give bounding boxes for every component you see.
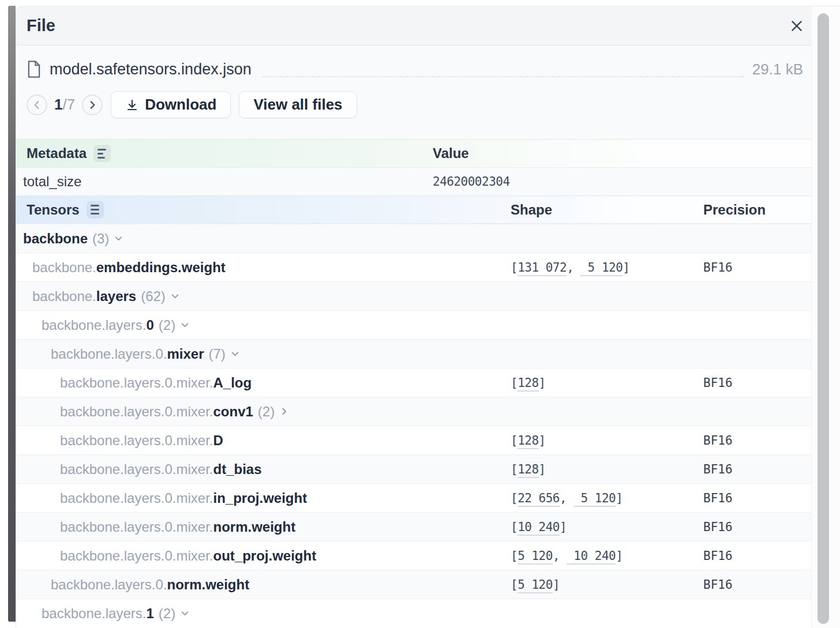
file-size: 29.1 kB [752, 61, 803, 78]
tensor-shape: [128] [511, 376, 703, 390]
tensor-name: backbone.layers.0.mixer.A_log [16, 375, 511, 391]
tensor-name-leaf: in_proj.weight [213, 490, 307, 506]
tensor-child-count: (7) [209, 346, 226, 362]
modal-scrollbar [811, 6, 840, 628]
tensor-child-count: (3) [92, 231, 109, 247]
file-name: model.safetensors.index.json [50, 61, 252, 78]
tensor-precision: BF16 [703, 376, 812, 390]
dimmed-backdrop-edge [8, 6, 16, 622]
tensor-child-count: (2) [258, 404, 275, 420]
chevron-down-icon [230, 349, 240, 359]
tensor-shape: [128] [511, 462, 703, 476]
tensor-name: backbone.layers.0.mixer.conv1(2) [16, 404, 511, 420]
shape-column-header: Shape [511, 202, 703, 218]
chevron-left-icon [32, 100, 42, 110]
chevron-right-icon [279, 407, 289, 416]
tensor-precision: BF16 [703, 491, 812, 505]
chevron-down-icon [170, 291, 180, 301]
tensor-name-leaf: norm.weight [167, 577, 249, 593]
metadata-filter-button[interactable] [93, 145, 111, 162]
tensor-name: backbone.layers.0.mixer.norm.weight [16, 519, 511, 535]
tensor-shape: [131 072, 5 120] [511, 261, 703, 274]
tensor-name-prefix: backbone.layers.0.mixer. [60, 375, 213, 391]
tensor-name-prefix: backbone.layers.0.mixer. [60, 433, 213, 449]
tensor-child-count: (62) [141, 288, 166, 304]
modal-content: model.safetensors.index.json 29.1 kB 1/7 [16, 46, 812, 627]
tensor-name-prefix: backbone.layers.0.mixer. [60, 490, 213, 506]
close-button[interactable] [787, 16, 807, 36]
tensor-row: backbone.layers.0.mixer.D [128] BF16 [16, 426, 812, 454]
tensor-name-prefix: backbone.layers.0.mixer. [60, 519, 213, 535]
tensor-precision: BF16 [703, 261, 812, 274]
tensor-name-prefix: backbone.layers.0.mixer. [60, 548, 213, 564]
tensor-name-prefix: backbone. [32, 288, 96, 304]
tensor-row[interactable]: backbone.layers.0.mixer.conv1(2) [16, 397, 812, 426]
prev-file-button[interactable] [27, 95, 47, 115]
tensor-name: backbone.layers.0.mixer(7) [16, 346, 511, 362]
tensor-row[interactable]: backbone.layers.1(2) [16, 599, 812, 627]
tensor-name: backbone.layers(62) [16, 288, 511, 304]
tensor-name-prefix: backbone.layers. [42, 317, 146, 333]
metadata-value: 24620002304 [433, 175, 812, 189]
tensor-name-leaf: D [213, 433, 223, 449]
chevron-down-icon [180, 608, 190, 618]
view-all-files-button[interactable]: View all files [239, 91, 357, 118]
scrollbar-thumb[interactable] [817, 13, 829, 624]
tensor-shape: [5 120] [511, 578, 703, 592]
precision-column-header: Precision [703, 202, 812, 218]
tensors-section-header: Tensors Shape Precision [16, 195, 812, 224]
tensor-row: backbone.embeddings.weight [131 072, 5 1… [16, 253, 812, 281]
tensor-row: backbone.layers.0.mixer.norm.weight [10 … [16, 512, 812, 541]
tensor-name-leaf: A_log [213, 375, 252, 391]
chevron-right-icon [87, 100, 97, 110]
tensor-name: backbone.layers.0.mixer.out_proj.weight [16, 548, 511, 564]
tensor-shape: [128] [511, 434, 703, 448]
tensor-name-leaf: 1 [146, 606, 153, 622]
tensor-row[interactable]: backbone.layers(62) [16, 281, 812, 310]
tensor-name-leaf: norm.weight [213, 519, 295, 535]
tensor-row[interactable]: backbone.layers.0(2) [16, 310, 812, 339]
tensor-row: backbone.layers.0.mixer.A_log [128] BF16 [16, 368, 812, 397]
file-viewer-modal: File model.safetensors.index.json 29.1 k… [16, 6, 840, 628]
page-separator: / [62, 96, 66, 113]
tensor-name-leaf: conv1 [213, 404, 253, 420]
tensor-row: backbone.layers.0.mixer.in_proj.weight [… [16, 483, 812, 512]
tensor-name: backbone(3) [16, 231, 511, 247]
file-row: model.safetensors.index.json 29.1 kB [27, 57, 803, 82]
page-current: 1 [54, 96, 62, 113]
tensor-shape: [5 120, 10 240] [511, 549, 703, 563]
tensor-name-prefix: backbone. [32, 260, 96, 276]
tensor-name: backbone.layers.0(2) [16, 317, 511, 333]
tensor-name-prefix: backbone.layers.0.mixer. [60, 461, 213, 477]
tensor-row: backbone.layers.0.mixer.dt_bias [128] BF… [16, 454, 812, 483]
tensor-shape: [22 656, 5 120] [511, 491, 703, 505]
tensor-name-leaf: layers [96, 288, 136, 304]
modal-header: File [16, 6, 840, 46]
file-toolbar: 1/7 Download View all files [27, 91, 803, 118]
tensor-row: backbone.layers.0.mixer.out_proj.weight … [16, 541, 812, 570]
close-icon [789, 18, 804, 33]
value-column-header: Value [433, 145, 812, 161]
tensor-precision: BF16 [703, 520, 812, 534]
download-button[interactable]: Download [111, 91, 231, 118]
tensor-child-count: (2) [159, 317, 175, 333]
download-icon [125, 98, 139, 112]
tensor-name-leaf: dt_bias [213, 461, 261, 477]
modal-title: File [27, 16, 55, 35]
tensor-precision: BF16 [703, 549, 812, 563]
dotted-leader [262, 69, 744, 77]
tensors-list-button[interactable] [87, 201, 104, 219]
tensor-row[interactable]: backbone(3) [16, 224, 812, 253]
tensor-name-prefix: backbone.layers. [42, 606, 146, 622]
view-all-label: View all files [253, 96, 342, 114]
tensor-row: backbone.layers.0.norm.weight [5 120] BF… [16, 570, 812, 599]
download-label: Download [145, 96, 216, 114]
metadata-section-header: Metadata Value [16, 139, 812, 168]
next-file-button[interactable] [82, 95, 103, 115]
tensor-precision: BF16 [703, 434, 812, 448]
tensor-name-leaf: 0 [146, 317, 153, 333]
metadata-row: total_size 24620002304 [16, 168, 812, 195]
tensor-row[interactable]: backbone.layers.0.mixer(7) [16, 339, 812, 368]
tensor-name-leaf: out_proj.weight [213, 548, 316, 564]
file-info-section: model.safetensors.index.json 29.1 kB 1/7 [16, 46, 812, 139]
